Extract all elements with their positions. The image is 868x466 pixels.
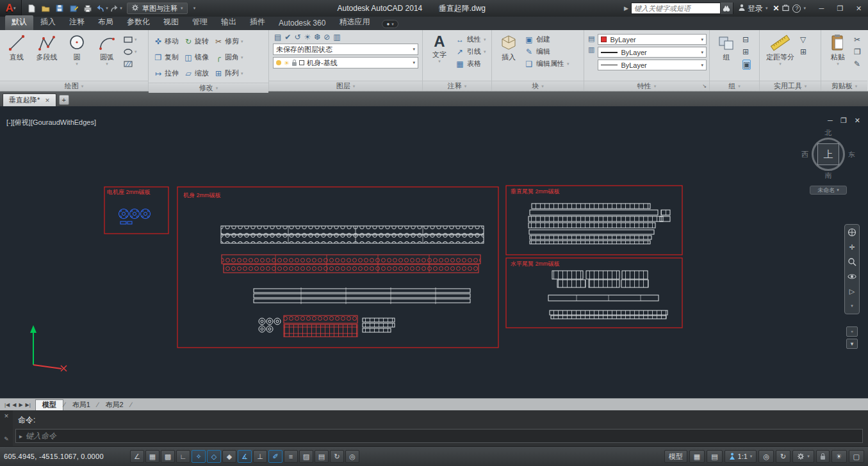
close-button[interactable]: ✕ (849, 1, 868, 15)
scale-button[interactable]: ▱缩放 (184, 68, 209, 78)
save-button[interactable] (53, 2, 67, 15)
paste-button[interactable]: 粘贴▾ (824, 32, 852, 81)
help-dropdown-icon[interactable]: ▾ (803, 6, 806, 11)
workspace-switching-button[interactable]: ▾ (792, 450, 814, 463)
annotation-scale-button[interactable]: 1:1▾ (725, 450, 757, 463)
ribbon-tab-layout[interactable]: 布局 (92, 15, 120, 30)
panel-strip-clipboard[interactable]: 剪贴板▾ (821, 81, 867, 91)
lineweight-dropdown[interactable]: ByLayer▾ (598, 47, 707, 58)
hatch-button[interactable] (123, 60, 137, 68)
clean-screen-button[interactable]: ▢ (849, 450, 864, 463)
viewport-controls-label[interactable]: [-][俯视][GouraudWithEdges] (6, 118, 96, 127)
zoom-icon[interactable] (847, 257, 857, 267)
pan-icon[interactable]: ✛ (847, 242, 857, 252)
move-button[interactable]: ✜移动 (154, 36, 179, 46)
toggle-infer-constraints[interactable]: ∠ (130, 450, 144, 463)
ribbon-tab-annotate[interactable]: 注释 (63, 15, 91, 30)
copy-clip-button[interactable]: ❐ (854, 47, 861, 56)
group-edit-button[interactable]: ⊞ (742, 47, 751, 56)
stretch-button[interactable]: ↦拉伸 (154, 68, 179, 78)
ribbon-tab-featured-apps[interactable]: 精选应用 (332, 15, 376, 30)
panel-strip-properties[interactable]: 特性▾↘ (584, 81, 709, 91)
copy-button[interactable]: ❐复制 (154, 52, 179, 62)
layer-isolate-icon[interactable]: ☀ (304, 33, 311, 42)
object-color-dropdown[interactable]: ByLayer▾ (598, 34, 707, 45)
cad-canvas[interactable] (0, 106, 868, 398)
quick-select-button[interactable]: ▽ (800, 35, 807, 44)
command-close-icon[interactable]: ✕ (4, 413, 9, 419)
layer-state-dropdown[interactable]: 未保存的图层状态▾ (273, 44, 418, 55)
ribbon-tab-view[interactable]: 视图 (157, 15, 185, 30)
file-tab-active[interactable]: 垂直起降* ✕ (3, 93, 56, 106)
viewcube-north[interactable]: 北 (799, 128, 858, 138)
panel-strip-draw[interactable]: 绘图▾ (0, 81, 148, 91)
exchange-x-icon[interactable]: ✕ (773, 4, 779, 13)
toggle-object-snap-tracking[interactable]: ∡ (238, 450, 252, 463)
panel-strip-modify[interactable]: 修改▾ (149, 83, 268, 93)
ellipse-button[interactable]: ▾ (123, 47, 137, 56)
infocenter-collapse-icon[interactable]: ▶ (624, 5, 628, 12)
doc-restore-icon[interactable]: ❐ (840, 116, 847, 125)
search-binoculars-icon[interactable] (720, 3, 733, 14)
toggle-grid-display[interactable]: ▩ (161, 450, 175, 463)
line-button[interactable]: 直线 (3, 32, 31, 81)
tab-layout2[interactable]: 布局2 (99, 399, 130, 410)
qat-customize-button[interactable]: ▾ (188, 2, 202, 15)
edit-attributes-button[interactable]: ❑编辑属性▾ (525, 59, 569, 68)
viewcube-west[interactable]: 西 (801, 150, 808, 159)
layer-dropdown[interactable]: ☀ 机身-基线 ▾ (273, 57, 418, 68)
linetype-dropdown[interactable]: ByLayer▾ (598, 60, 707, 70)
command-input-row[interactable]: ▸ (15, 429, 863, 443)
orbit-icon[interactable] (847, 271, 857, 282)
table-button[interactable]: ▦表格 (455, 59, 486, 68)
panel-strip-group[interactable]: 组▾ (710, 81, 759, 91)
toolbar-lock-button[interactable] (816, 450, 830, 463)
toggle-snap-mode[interactable]: ▦ (145, 450, 160, 463)
undo-button[interactable]: ▾ (95, 2, 109, 15)
layer-properties-icon[interactable]: ▤ (274, 33, 281, 42)
redo-button[interactable]: ▾ (109, 2, 123, 15)
toggle-transparency[interactable]: ▨ (299, 450, 313, 463)
ribbon-tab-manage[interactable]: 管理 (186, 15, 214, 30)
text-button[interactable]: A 文字▾ (425, 32, 454, 81)
quick-view-drawings-icon[interactable]: ▤ (707, 450, 722, 463)
ribbon-tab-output[interactable]: 输出 (215, 15, 243, 30)
ribbon-tab-home[interactable]: 默认 (5, 15, 33, 30)
annotation-visibility-icon[interactable]: ◎ (758, 450, 774, 463)
arc-button[interactable]: 圆弧▾ (93, 32, 121, 81)
nav-extra-bottom-icon[interactable]: ▾ (846, 339, 858, 349)
open-button[interactable] (38, 2, 53, 15)
new-file-tab-button[interactable]: + (59, 95, 69, 105)
signin-group[interactable]: 登录 ▾ (739, 3, 768, 14)
panel-strip-utilities[interactable]: 实用工具▾ (760, 81, 821, 91)
rectangle-button[interactable]: ▾ (123, 35, 137, 44)
doc-close-icon[interactable]: ✕ (855, 116, 860, 125)
insert-block-button[interactable]: 插入 (495, 32, 523, 81)
toggle-3d-object-snap[interactable]: ◆ (222, 450, 236, 463)
panel-strip-layers[interactable]: 图层▾ (269, 81, 422, 91)
ungroup-button[interactable]: ⊟ (742, 35, 751, 44)
minimize-button[interactable]: ─ (812, 1, 831, 15)
edit-block-button[interactable]: ✎编辑 (525, 47, 569, 56)
viewcube-east[interactable]: 东 (848, 150, 855, 159)
toggle-quick-properties[interactable]: ▤ (315, 450, 329, 463)
array-button[interactable]: ⊞阵列▾ (214, 68, 243, 78)
nav-extra-top-icon[interactable]: ▫ (846, 326, 858, 337)
search-input[interactable] (632, 4, 720, 12)
ribbon-tab-plugins[interactable]: 插件 (243, 15, 272, 30)
toggle-dynamic-input[interactable]: ✐ (268, 450, 283, 463)
viewcube-south[interactable]: 南 (799, 171, 858, 181)
restore-button[interactable]: ❐ (831, 1, 849, 15)
toggle-ortho-mode[interactable]: ∟ (176, 450, 190, 463)
panel-strip-block[interactable]: 块▾ (492, 81, 584, 91)
command-input[interactable] (26, 431, 859, 440)
ribbon-tab-parametric[interactable]: 参数化 (120, 15, 156, 30)
navbar-menu-icon[interactable]: ▾ (847, 301, 857, 311)
toggle-object-snap[interactable]: ◇ (207, 450, 221, 463)
ribbon-display-options-button[interactable]: ●▾ (382, 20, 398, 28)
drawing-viewport[interactable]: [-][俯视][GouraudWithEdges] ─ ❐ ✕ 电机座 2mm碳… (0, 106, 868, 398)
new-drawing-button[interactable] (24, 2, 38, 15)
group-button[interactable]: 组 (712, 32, 741, 81)
doc-minimize-icon[interactable]: ─ (828, 116, 833, 125)
toggle-dynamic-ucs[interactable]: ⊥ (253, 450, 267, 463)
